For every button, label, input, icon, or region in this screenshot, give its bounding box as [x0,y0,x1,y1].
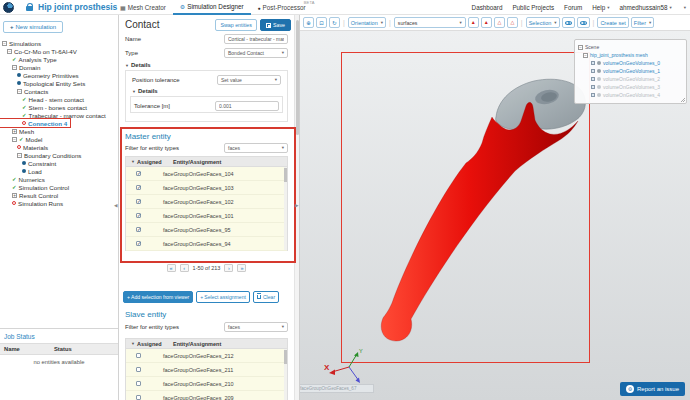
tree-item[interactable]: − + ✓ Analysis Type [0,55,57,63]
next-page-button[interactable]: › [224,264,233,272]
visibility-checkbox[interactable] [591,69,595,73]
table-scrollbar[interactable] [284,349,287,400]
collapse-icon[interactable]: − [7,49,12,54]
reset-view-button[interactable]: ↻ [329,17,340,28]
hide-selected-button[interactable] [577,17,590,28]
row-checkbox[interactable] [136,353,141,358]
master-col-assigned[interactable]: Assigned [137,159,165,165]
tree-item[interactable]: − + ✓ Trabecular - marrow contact [0,111,106,119]
nav-link[interactable]: ▾ [682,5,686,10]
new-simulation-button[interactable]: + New simulation [3,21,63,33]
scene-volume-row[interactable]: volumeOnGeoVolumes_2 [578,75,683,83]
tree-item[interactable]: − + ✓ Contacts [0,87,48,95]
collapse-icon[interactable]: − [17,153,22,158]
tree-item[interactable]: − + ✓ Load [0,167,42,175]
row-checkbox[interactable] [136,213,141,218]
orientation-button[interactable]: Orientation ▾ [348,17,386,28]
zoom-box-button[interactable]: ⊡ [316,17,327,28]
report-issue-button[interactable]: ⚙ Report an issue [620,382,685,396]
tolerance-input[interactable] [215,101,279,111]
tree-item[interactable]: − + ✓ Model [0,135,42,143]
nav-link[interactable]: Forum ▾ [564,4,582,11]
select-assignment-button[interactable]: + Select assignment [196,291,250,303]
table-row[interactable]: faceGroupOnGeoFaces_211 [126,363,287,377]
visibility-checkbox[interactable] [591,85,595,89]
table-scrollbar[interactable] [284,167,287,250]
main-tab[interactable]: ▦ ⚙ ● Post-Processor BETA [251,0,313,15]
scene-volume-row[interactable]: volumeOnGeoVolumes_3 [578,83,683,91]
tree-item[interactable]: − + ✓ Materials [0,143,48,151]
save-button[interactable]: Save [260,19,291,31]
tree-item[interactable]: − + ✓ Stem - bones contact [0,103,87,111]
collapse-icon[interactable]: − [2,41,7,46]
project-title[interactable]: Hip joint prosthesis [38,0,117,15]
render-mode-select[interactable]: surfaces ▾ [394,17,466,28]
row-checkbox[interactable] [136,241,141,246]
name-input[interactable] [224,34,288,44]
pick-volume-button[interactable]: ▲ [481,17,492,28]
slave-col-entity[interactable]: Entity/Assignment [173,341,221,347]
main-tab[interactable]: ▦ ⚙ ● Mesh Creator [113,0,173,15]
pick-face-button[interactable]: ▲ [468,17,479,28]
collapse-icon[interactable]: − [12,137,17,142]
show-selected-button[interactable] [562,17,575,28]
prev-page-button[interactable]: ‹ [180,264,189,272]
details-section-label[interactable]: ▼ Details [119,60,294,70]
row-checkbox[interactable] [136,199,141,204]
clear-button[interactable]: Clear [253,291,279,303]
scene-mesh-row[interactable]: − hip_joint_prosthesis mesh [578,51,683,59]
scene-volume-row[interactable]: volumeOnGeoVolumes_0 [578,59,683,67]
nav-link[interactable]: ahmedhussain58 ▾ [620,4,672,11]
master-col-entity[interactable]: Entity/Assignment [173,159,221,165]
swap-entities-button[interactable]: Swap entities [215,19,257,31]
app-logo-icon[interactable] [3,2,14,13]
tree-item[interactable]: − + ✓ Simulations [0,39,41,47]
slave-col-assigned[interactable]: Assigned [137,341,165,347]
tree-item[interactable]: − + ✓ Domain [0,63,40,71]
first-page-button[interactable]: « [167,264,176,272]
tree-item[interactable]: − + ✓ Co-Cr-Mo on Ti-6Al-4V [0,47,77,55]
collapse-icon[interactable]: − [578,45,583,50]
expand-icon[interactable]: + [12,193,17,198]
table-row[interactable]: faceGroupOnGeoFaces_94 [126,237,287,251]
visibility-checkbox[interactable] [591,77,595,81]
table-row[interactable]: faceGroupOnGeoFaces_104 [126,167,287,181]
row-checkbox[interactable] [136,227,141,232]
table-row[interactable]: faceGroupOnGeoFaces_103 [126,181,287,195]
pick-vertex-button[interactable]: △ [507,17,518,28]
sidebar-collapse-handle[interactable]: ◀ [114,203,117,208]
details-subsection-label[interactable]: ▼ Details [126,86,287,96]
tree-item[interactable]: − + ✓ Result Control [0,191,58,199]
slave-filter-select[interactable]: faces ▾ [224,322,288,332]
row-checkbox[interactable] [136,171,141,176]
type-select[interactable]: Bonded Contact ▾ [224,48,288,58]
nav-link[interactable]: Public Projects ▾ [512,4,554,11]
tree-item[interactable]: − + ✓ Connection 4 [0,119,70,127]
tree-item[interactable]: − + ✓ Numerics [0,175,45,183]
add-selection-button[interactable]: + Add selection from viewer [123,291,193,303]
collapse-icon[interactable]: − [17,89,22,94]
row-checkbox[interactable] [136,395,141,400]
selection-button[interactable]: Selection ▾ [526,17,560,28]
tree-item[interactable]: − + ✓ Boundary Conditions [0,151,81,159]
tree-item[interactable]: − + ✓ Simulation Control [0,183,69,191]
scene-volume-row[interactable]: volumeOnGeoVolumes_4 [578,91,683,99]
nav-link[interactable]: Dashboard ▾ [472,4,503,11]
row-checkbox[interactable] [136,381,141,386]
zoom-in-button[interactable]: ⊕ [303,17,314,28]
table-row[interactable]: faceGroupOnGeoFaces_102 [126,195,287,209]
row-checkbox[interactable] [136,185,141,190]
visibility-checkbox[interactable] [591,61,595,65]
panel-collapse-handle[interactable]: ▶ [295,203,298,208]
scene-root-row[interactable]: − Scene [578,43,683,51]
tree-item[interactable]: − + ✓ Topological Entity Sets [0,79,85,87]
collapse-icon[interactable]: − [12,65,17,70]
table-row[interactable]: faceGroupOnGeoFaces_101 [126,209,287,223]
table-row[interactable]: faceGroupOnGeoFaces_210 [126,377,287,391]
nav-link[interactable]: Help ▾ [592,4,609,11]
scene-volume-row[interactable]: volumeOnGeoVolumes_1 [578,67,683,75]
tree-item[interactable]: − + ✓ Geometry Primitives [0,71,79,79]
main-tab[interactable]: ▦ ⚙ ● Simulation Designer [173,0,251,15]
master-filter-select[interactable]: faces ▾ [224,143,288,153]
pick-edge-button[interactable]: △ [494,17,505,28]
